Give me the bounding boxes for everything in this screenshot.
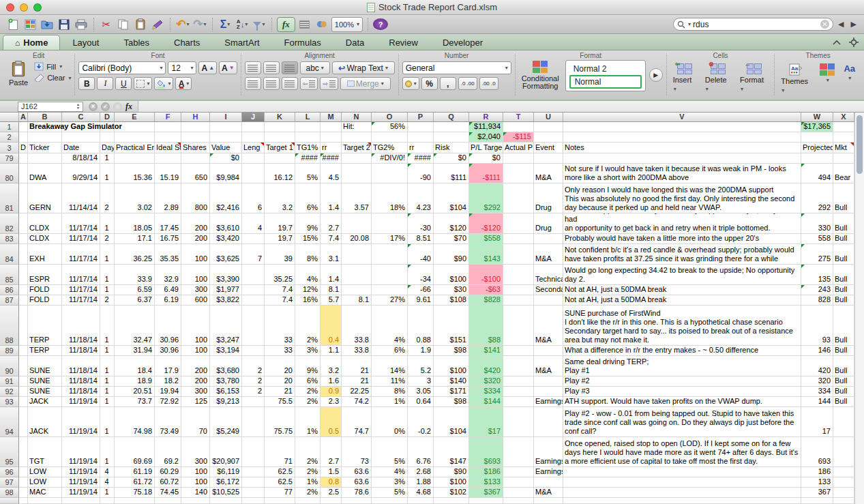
cell-U96[interactable]: Earnings bbox=[534, 467, 563, 477]
cell-R81[interactable]: $292 bbox=[469, 183, 503, 213]
cell-B96[interactable]: LOW bbox=[28, 467, 62, 477]
cell-R86[interactable]: -$63 bbox=[469, 285, 503, 295]
cell-F88[interactable]: 30.96 bbox=[155, 306, 181, 346]
cell-U85[interactable]: Technica bbox=[534, 265, 563, 285]
cell-T85[interactable] bbox=[503, 265, 534, 285]
increase-decimal-button[interactable]: .0 .00 bbox=[458, 77, 477, 90]
tab-tables[interactable]: Tables bbox=[111, 35, 162, 50]
cell-A93[interactable] bbox=[19, 397, 28, 407]
cell-L80[interactable]: 5% bbox=[295, 164, 321, 183]
cell-F95[interactable]: 69.2 bbox=[155, 437, 181, 467]
row-header-partial[interactable] bbox=[0, 498, 19, 504]
cell-U92[interactable] bbox=[534, 387, 563, 397]
cell-H79[interactable] bbox=[181, 153, 210, 164]
cell-A98[interactable] bbox=[19, 488, 28, 498]
cell-O2[interactable] bbox=[372, 132, 408, 143]
cell-U88[interactable]: M&A bbox=[534, 306, 563, 346]
cell-J3[interactable]: Leng bbox=[242, 143, 265, 153]
cell-O81[interactable]: 18% bbox=[372, 183, 408, 213]
cell-E2[interactable] bbox=[115, 132, 155, 143]
cell-O92[interactable]: 8% bbox=[372, 387, 408, 397]
cell-O85[interactable] bbox=[372, 265, 408, 285]
cell-C82[interactable]: 11/17/14 bbox=[62, 213, 100, 234]
cell-E88[interactable]: 32.47 bbox=[115, 306, 155, 346]
cell-V95[interactable]: Once opened, raised stop to open (LOD). … bbox=[563, 437, 801, 467]
cell-E83[interactable]: 17.1 bbox=[115, 234, 155, 244]
cell-P98[interactable]: 4.68 bbox=[408, 488, 434, 498]
cell-W92[interactable]: 334 bbox=[801, 387, 833, 397]
cell-J96[interactable] bbox=[242, 467, 265, 477]
borders-button[interactable]: ▾ bbox=[134, 77, 152, 90]
cell-U94[interactable] bbox=[534, 407, 563, 437]
row-header-89[interactable]: 89 bbox=[0, 346, 19, 356]
cell-R95[interactable]: $693 bbox=[469, 437, 503, 467]
column-header-E[interactable]: E bbox=[115, 113, 155, 122]
cell-K92[interactable]: 21 bbox=[265, 387, 295, 397]
cell-Rx[interactable] bbox=[469, 498, 503, 504]
cell-D81[interactable]: 2 bbox=[100, 183, 115, 213]
cell-R89[interactable]: $141 bbox=[469, 346, 503, 356]
cell-P82[interactable]: -30 bbox=[408, 213, 434, 234]
cell-C85[interactable]: 11/17/14 bbox=[62, 265, 100, 285]
cell-E85[interactable]: 33.9 bbox=[115, 265, 155, 285]
cell-T91[interactable] bbox=[503, 376, 534, 387]
cell-J80[interactable] bbox=[242, 164, 265, 183]
cell-R79[interactable]: $0 bbox=[469, 153, 503, 164]
scrollbar-thumb[interactable] bbox=[856, 115, 863, 174]
cell-K2[interactable] bbox=[265, 132, 295, 143]
cell-V97[interactable] bbox=[563, 477, 801, 488]
row-header-95[interactable]: 95 bbox=[0, 437, 19, 467]
cell-C88[interactable]: 11/18/14 bbox=[62, 306, 100, 346]
cell-T87[interactable] bbox=[503, 295, 534, 306]
cell-P92[interactable]: 3.05 bbox=[408, 387, 434, 397]
cell-C97[interactable]: 11/19/14 bbox=[62, 477, 100, 488]
cell-T1[interactable] bbox=[503, 122, 534, 132]
cell-H87[interactable]: 600 bbox=[181, 295, 210, 306]
cell-B97[interactable]: LOW bbox=[28, 477, 62, 488]
cell-K83[interactable]: 19.7 bbox=[265, 234, 295, 244]
cell-W95[interactable]: 693 bbox=[801, 437, 833, 467]
name-box[interactable]: J162 ▲▼ bbox=[18, 102, 83, 112]
cell-J97[interactable] bbox=[242, 477, 265, 488]
cell-D96[interactable]: 4 bbox=[100, 467, 115, 477]
cell-W84[interactable]: 275 bbox=[801, 244, 833, 265]
cell-P81[interactable]: 4.23 bbox=[408, 183, 434, 213]
fill-button[interactable]: Fill▾ bbox=[34, 62, 71, 71]
cell-P93[interactable]: 0.64 bbox=[408, 397, 434, 407]
cell-R1[interactable]: $11,934 bbox=[469, 122, 503, 132]
cell-W87[interactable]: 828 bbox=[801, 295, 833, 306]
cell-N83[interactable]: 20.08 bbox=[342, 234, 372, 244]
cell-W85[interactable]: 135 bbox=[801, 265, 833, 285]
cell-C84[interactable]: 11/17/14 bbox=[62, 244, 100, 265]
cell-M1[interactable] bbox=[321, 122, 342, 132]
cell-A2[interactable] bbox=[19, 132, 28, 143]
cell-K88[interactable]: 33 bbox=[265, 306, 295, 346]
theme-colors-button[interactable]: ▾ bbox=[817, 63, 837, 84]
undo-icon[interactable]: ↶▾ bbox=[175, 17, 190, 32]
cell-P90[interactable]: 5.2 bbox=[408, 356, 434, 376]
cell-A90[interactable] bbox=[19, 356, 28, 376]
cell-X83[interactable]: Bull bbox=[833, 234, 854, 244]
cell-B87[interactable]: FOLD bbox=[28, 295, 62, 306]
cell-M82[interactable]: 2.7 bbox=[321, 213, 342, 234]
cell-A87[interactable] bbox=[19, 295, 28, 306]
cell-I2[interactable] bbox=[210, 132, 242, 143]
cell-X3[interactable]: Mkt bbox=[833, 143, 854, 153]
cell-O96[interactable]: 4% bbox=[372, 467, 408, 477]
cell-K96[interactable]: 62.5 bbox=[265, 467, 295, 477]
cell-Q97[interactable]: $100 bbox=[434, 477, 469, 488]
cell-L84[interactable]: 8% bbox=[295, 244, 321, 265]
cell-F3[interactable]: Ideal St bbox=[155, 143, 181, 153]
cell-B93[interactable]: JACK bbox=[28, 397, 62, 407]
cell-I94[interactable]: $5,249 bbox=[210, 407, 242, 437]
cell-Px[interactable] bbox=[408, 498, 434, 504]
cell-M94[interactable]: 0.5 bbox=[321, 407, 342, 437]
cell-J92[interactable]: 2 bbox=[242, 387, 265, 397]
cell-U90[interactable]: M&A bbox=[534, 356, 563, 376]
cell-E92[interactable]: 20.51 bbox=[115, 387, 155, 397]
cell-O86[interactable] bbox=[372, 285, 408, 295]
cell-B89[interactable]: TERP bbox=[28, 346, 62, 356]
cell-C92[interactable]: 11/18/14 bbox=[62, 387, 100, 397]
cell-O94[interactable]: 0% bbox=[372, 407, 408, 437]
cell-M79[interactable]: #### bbox=[321, 153, 342, 164]
